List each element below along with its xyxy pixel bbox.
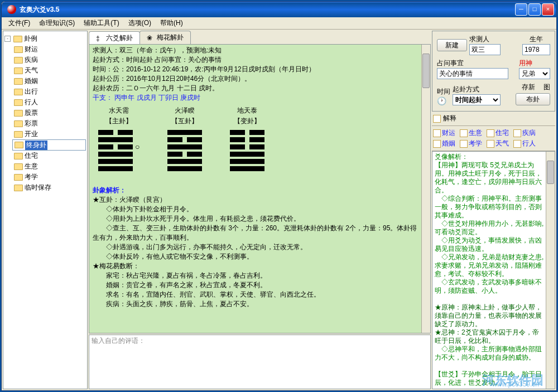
category-link[interactable]: 财运 <box>433 128 455 138</box>
window-title: 玄奥六爻v3.5 <box>20 5 514 14</box>
tree-pane[interactable]: - 卦例 财运疾病天气婚姻出行行人股票彩票开业终身卦住宅生意考学临时保存 <box>3 31 88 389</box>
folder-icon <box>15 142 23 148</box>
tree-item[interactable]: 彩票 <box>12 118 86 129</box>
tree-item[interactable]: 出行 <box>12 86 86 97</box>
tabs: ‡六爻解卦 ❀梅花解卦 <box>89 31 431 44</box>
tab-icon: ❀ <box>147 34 155 42</box>
folder-icon <box>14 99 23 106</box>
folder-icon <box>14 57 23 64</box>
close-button[interactable]: × <box>542 3 554 16</box>
collapse-icon[interactable]: - <box>4 36 11 42</box>
yongshen-select[interactable]: 兄弟 <box>519 68 550 79</box>
matter-input[interactable] <box>437 68 508 79</box>
tree-item[interactable]: 考学 <box>12 172 86 182</box>
folder-icon <box>14 78 23 85</box>
comment-input[interactable]: 输入自己的评语： <box>89 335 431 389</box>
bugua-button[interactable]: 布卦 <box>516 93 550 105</box>
app-icon <box>7 5 16 14</box>
scrollbar[interactable] <box>421 45 430 333</box>
interpretation-text[interactable]: 爻像解析： 【用神】两现可取 5爻兄弟戌土为用。用神戌土旺于月令，死于日辰，化耗… <box>432 151 555 389</box>
tree-item[interactable]: 财运 <box>12 44 86 55</box>
maximize-button[interactable]: □ <box>528 3 541 16</box>
category-links: 财运生意住宅疾病婚姻考学天气行人 <box>432 126 555 151</box>
requester-input[interactable] <box>469 44 501 55</box>
menu-knowledge[interactable]: 命理知识(S) <box>35 17 79 29</box>
tab-icon: ‡ <box>96 35 104 42</box>
hexagram-main: 水天需【主卦】 ○ <box>98 106 140 173</box>
form-panel: 新建 求测人 生年 占问事宜 用神兄弟 时间🕐 起卦方式时间起卦 存新 图 布卦 <box>432 31 555 112</box>
minimize-button[interactable]: ─ <box>515 3 527 16</box>
tree-item[interactable]: 股票 <box>12 108 86 118</box>
tab-liuyao[interactable]: ‡六爻解卦 <box>89 31 140 45</box>
menu-bar: 文件(F) 命理知识(S) 辅助工具(T) 选项(O) 帮助(H) <box>2 17 556 30</box>
new-button[interactable]: 新建 <box>437 39 467 51</box>
folder-icon <box>14 153 23 159</box>
hexagram-change: 地天泰【变卦】 <box>230 106 264 173</box>
category-link[interactable]: 婚姻 <box>433 139 455 148</box>
category-link[interactable]: 天气 <box>487 139 509 148</box>
clock-icon[interactable]: 🕐 <box>437 96 446 105</box>
category-link[interactable]: 生意 <box>460 128 482 138</box>
menu-tools[interactable]: 辅助工具(T) <box>79 17 123 29</box>
category-link[interactable]: 考学 <box>460 139 482 148</box>
method-select[interactable]: 时间起卦 <box>453 94 501 105</box>
birth-input[interactable] <box>522 44 550 55</box>
folder-icon <box>14 89 23 95</box>
scrollbar[interactable] <box>546 152 555 389</box>
tree-item[interactable]: 临时保存 <box>12 182 86 193</box>
folder-icon <box>14 163 23 170</box>
menu-options[interactable]: 选项(O) <box>124 17 156 29</box>
title-bar: 玄奥六爻v3.5 ─ □ × <box>2 2 556 17</box>
page-icon <box>433 115 441 123</box>
folder-icon <box>14 110 23 117</box>
tree-item[interactable]: 住宅 <box>12 151 86 161</box>
hexagram-mutual: 火泽睽【互卦】 <box>167 106 202 173</box>
folder-icon <box>14 131 23 138</box>
tree-item[interactable]: 生意 <box>12 161 86 172</box>
folder-icon <box>14 120 23 127</box>
tree-item[interactable]: 行人 <box>12 97 86 108</box>
category-link[interactable]: 住宅 <box>487 128 509 138</box>
tree-item[interactable]: 天气 <box>12 65 86 76</box>
tree-item[interactable]: 开业 <box>12 129 86 139</box>
save-link[interactable]: 存新 <box>522 83 535 91</box>
menu-help[interactable]: 帮助(H) <box>156 17 187 29</box>
tree-root[interactable]: - 卦例 <box>4 33 86 44</box>
category-link[interactable]: 行人 <box>513 139 536 148</box>
folder-icon <box>14 174 23 181</box>
result-area[interactable]: 求测人：双三（年命：戊午），预测地:未知 起卦方式：时间起卦 占问事宜：关心的事… <box>89 44 431 333</box>
watermark-url: www.pc0359.cn <box>492 380 539 389</box>
tree-item[interactable]: 婚姻 <box>12 76 86 86</box>
tu-link[interactable]: 图 <box>543 83 550 91</box>
folder-icon <box>14 46 23 53</box>
menu-file[interactable]: 文件(F) <box>4 17 35 29</box>
tab-meihua[interactable]: ❀梅花解卦 <box>140 31 191 44</box>
category-link[interactable]: 疾病 <box>513 128 536 138</box>
folder-icon <box>14 67 23 74</box>
folder-icon <box>14 185 23 191</box>
folder-icon <box>13 36 22 42</box>
tree-item[interactable]: 终身卦 <box>12 139 86 151</box>
interpret-header: 解释 <box>432 112 555 126</box>
tree-item[interactable]: 疾病 <box>12 55 86 65</box>
